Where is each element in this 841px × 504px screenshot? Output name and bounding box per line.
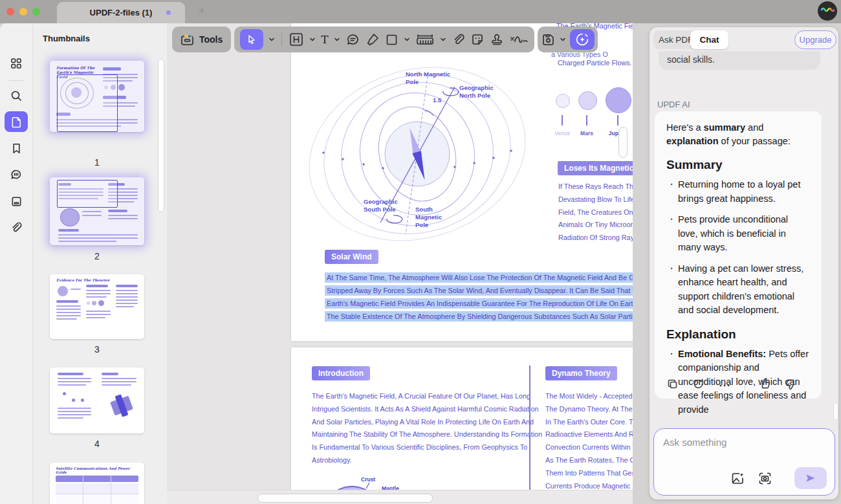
highlighted-line: At The Same Time, The Atmosphere Will Al… xyxy=(325,272,633,283)
thumbnail-page-5[interactable]: Satellite Communications And Power Grids xyxy=(50,463,144,504)
image-sparkle-icon[interactable] xyxy=(730,470,745,486)
chevron-down-icon[interactable] xyxy=(404,36,410,43)
viewer-hscroll-track xyxy=(167,490,633,504)
panel-scrollbar[interactable] xyxy=(833,402,838,421)
viewport-indicator[interactable] xyxy=(57,180,118,208)
updf-app-window: UPDF-2-files (1) + xyxy=(0,0,841,504)
venus-circle xyxy=(556,94,570,108)
doc-text-line: Field, The Creatures On Th xyxy=(558,206,633,219)
send-button[interactable] xyxy=(794,467,827,489)
chevron-down-icon[interactable] xyxy=(309,36,316,43)
venus-tick xyxy=(562,115,563,126)
select-cursor-tool[interactable] xyxy=(240,29,263,50)
doc-text-line: And Solar Particles, Playing A Vital Rol… xyxy=(312,416,542,429)
thumbs-up-icon[interactable] xyxy=(759,378,771,390)
jupiter-tick xyxy=(617,115,618,126)
rainbow-wave-icon xyxy=(820,4,835,18)
thumbnail-page-4-number: 4 xyxy=(50,439,144,449)
new-tab-button[interactable]: + xyxy=(194,3,210,19)
toolbar-save-group xyxy=(538,27,598,52)
explanation-heading: Explanation xyxy=(666,327,810,342)
label-south-magnetic-pole: South Magnetic Pole xyxy=(415,206,454,229)
chat-input-box[interactable] xyxy=(653,428,835,496)
tools-button[interactable]: Tools xyxy=(172,27,231,52)
doc-text-line: Intrigued Scientists. It Acts As A Shiel… xyxy=(312,403,542,416)
copy-icon[interactable] xyxy=(666,378,679,390)
heading-icon xyxy=(289,32,304,47)
account-avatar[interactable] xyxy=(818,1,837,21)
document-tab-title: UPDF-2-files (1) xyxy=(90,8,153,17)
unsaved-indicator-dot xyxy=(166,10,171,15)
attach-icon xyxy=(452,33,465,47)
tab-chat[interactable]: Chat xyxy=(690,30,728,49)
titlebar: UPDF-2-files (1) + xyxy=(0,0,841,23)
highlighter-tool[interactable] xyxy=(366,32,380,47)
doc-text-line: The Dynamo Theory. At The Core xyxy=(545,403,633,416)
text-icon: T xyxy=(321,34,328,45)
highlighted-line: Stripped Away By Forces Such As The Sola… xyxy=(325,285,633,296)
actions-divider xyxy=(745,379,745,389)
viewer-vertical-scrollbar[interactable] xyxy=(618,127,628,158)
bullet-bold-lead: Emotional Benefits: xyxy=(678,349,766,359)
mantle-label: Mantle xyxy=(382,485,399,490)
document-tab[interactable]: UPDF-2-files (1) xyxy=(57,2,185,23)
chevron-down-icon[interactable] xyxy=(560,36,566,43)
viewport-indicator[interactable] xyxy=(57,74,118,132)
tab-ask-pdf[interactable]: Ask PDF xyxy=(659,30,693,49)
thumbnail-page-1[interactable]: Formation Of The Earth's Magnetic Field xyxy=(50,61,144,132)
highlighted-paragraph[interactable]: At The Same Time, The Atmosphere Will Al… xyxy=(325,271,633,323)
response-intro: Here's a summary and explanation of your… xyxy=(666,121,810,148)
chat-input[interactable] xyxy=(654,429,835,466)
thumbnails-icon[interactable] xyxy=(5,111,28,132)
attachment-icon[interactable] xyxy=(5,217,28,238)
chevron-down-icon[interactable] xyxy=(440,36,446,43)
save-tool[interactable] xyxy=(541,32,556,47)
toolbar-main-group: T xyxy=(234,27,534,52)
pdf-page-1[interactable]: The Earth's Magnetic Field I a Various T… xyxy=(291,23,633,341)
thumbnails-scrollbar[interactable] xyxy=(158,59,164,212)
more-icon[interactable] xyxy=(718,378,731,390)
stamp-tool[interactable] xyxy=(490,32,504,47)
label-north-magnetic-pole: North Magnetic Pole xyxy=(406,71,451,86)
search-icon[interactable] xyxy=(5,85,28,106)
text-tool[interactable]: T xyxy=(321,34,328,45)
thumbnails-panel: Thumbnails Formation Of The Earth's Magn… xyxy=(33,23,168,504)
grid-icon[interactable] xyxy=(5,53,28,74)
thumbnail-page-2[interactable] xyxy=(50,177,144,245)
shape-tool[interactable] xyxy=(385,33,399,47)
bookmark-icon[interactable] xyxy=(5,138,28,159)
regenerate-icon[interactable] xyxy=(692,378,704,390)
doc-text-line: Is Fundamental To Various Scientific Dis… xyxy=(312,441,542,454)
ai-panel: Ask PDF Chat Upgrade social skills. UPDF… xyxy=(650,27,838,499)
thumbnail-page-3-number: 3 xyxy=(50,344,144,355)
thumbnail-page-4-preview xyxy=(50,367,144,433)
upgrade-button[interactable]: Upgrade xyxy=(794,30,836,49)
ai-assistant-button[interactable] xyxy=(570,29,595,50)
pdf-page-2[interactable]: Introduction The Earth's Magnetic Field,… xyxy=(291,347,633,490)
form-icon[interactable] xyxy=(5,191,28,212)
toolbar-divider xyxy=(281,33,282,46)
zoom-window-button[interactable] xyxy=(32,8,40,16)
thumbnail-page-3[interactable]: Evidence For The Theories xyxy=(50,274,144,339)
comment-tool[interactable] xyxy=(345,32,360,47)
crust-label: Crust xyxy=(361,476,375,483)
sticker-tool[interactable] xyxy=(470,32,485,47)
summary-bullet: · Returning home to a loyal pet brings g… xyxy=(670,178,810,206)
comment-icon[interactable] xyxy=(5,164,28,185)
screenshot-camera-icon[interactable] xyxy=(757,470,772,486)
introduction-paragraph: The Earth's Magnetic Field, A Crucial Fe… xyxy=(312,390,542,467)
signature-tool[interactable] xyxy=(509,32,529,47)
heading-tool[interactable] xyxy=(289,32,304,47)
measure-tool[interactable] xyxy=(415,32,435,47)
close-window-button[interactable] xyxy=(6,8,14,16)
chevron-down-icon[interactable] xyxy=(268,36,275,43)
viewer-horizontal-scrollbar[interactable] xyxy=(257,494,433,503)
thumbnail-page-4[interactable] xyxy=(50,367,144,433)
minimize-window-button[interactable] xyxy=(19,8,27,16)
highlighted-line: The Stable Existence Of The Atmosphere B… xyxy=(325,311,633,322)
attach-tool[interactable] xyxy=(452,33,465,47)
chevron-down-icon[interactable] xyxy=(334,36,340,43)
pdf-viewer: The Earth's Magnetic Field I a Various T… xyxy=(167,23,633,504)
thumbs-down-icon[interactable] xyxy=(785,378,797,390)
intro-text: Here's a xyxy=(666,122,704,133)
